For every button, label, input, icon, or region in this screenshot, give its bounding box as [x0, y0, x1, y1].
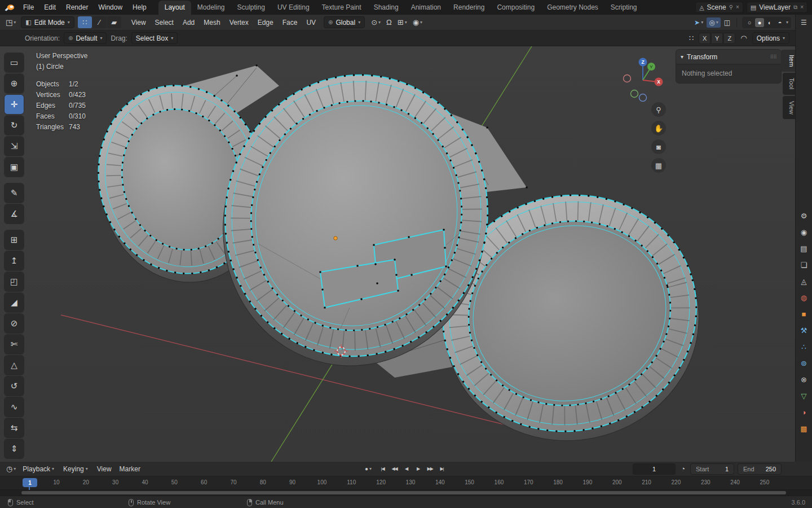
tool-inset-faces[interactable]: ◰: [5, 272, 24, 291]
tool-annotate[interactable]: ✎: [5, 183, 24, 203]
playback-menu[interactable]: Playback ▾: [19, 465, 58, 473]
mirror-axis-toggle[interactable]: Z: [723, 33, 735, 44]
proportional-editing-dropdown[interactable]: ◉ ▾: [411, 18, 424, 27]
header-menu[interactable]: View: [127, 15, 151, 30]
mirror-axis-toggle[interactable]: Y: [711, 33, 723, 44]
workspace-tab[interactable]: Layout: [158, 1, 191, 15]
tool-transform[interactable]: ▣: [5, 157, 24, 177]
clock-icon[interactable]: ◔: [679, 465, 687, 473]
navigation-gizmo[interactable]: Z Y X: [619, 54, 667, 102]
timeline-menu[interactable]: View: [93, 465, 116, 473]
workspace-tab[interactable]: Geometry Nodes: [541, 1, 604, 15]
keying-menu[interactable]: Keying ▾: [59, 465, 92, 473]
close-icon[interactable]: ×: [800, 5, 804, 10]
next-keyframe-button[interactable]: ▶▶: [425, 464, 435, 474]
workspace-tab[interactable]: Scripting: [604, 1, 643, 15]
playhead[interactable]: 1: [23, 478, 37, 487]
properties-editor-icon[interactable]: ☰: [801, 19, 807, 27]
workspace-tab[interactable]: UV Editing: [271, 1, 316, 15]
tool-loop-cut[interactable]: ⊘: [5, 314, 24, 333]
tool-cursor[interactable]: ⊕: [5, 74, 24, 93]
tool-extrude-region[interactable]: ↥: [5, 251, 24, 270]
header-menu[interactable]: Edge: [253, 15, 278, 30]
tab-texture[interactable]: ▩: [797, 423, 811, 435]
drag-select[interactable]: Select Box ▾: [131, 32, 178, 44]
snap-toggle[interactable]: Ω: [385, 18, 394, 27]
tab-world[interactable]: ◍: [797, 292, 811, 304]
scrollbar-handle[interactable]: [21, 491, 786, 494]
pan-button[interactable]: ✋: [651, 121, 666, 135]
viewport-scene[interactable]: [0, 46, 795, 462]
workspace-tab[interactable]: Shading: [368, 1, 405, 15]
pivot-point-dropdown[interactable]: ⊙ ▾: [369, 18, 382, 27]
tool-rotate[interactable]: ↻: [5, 116, 24, 135]
edge-select-mode[interactable]: ∕: [92, 16, 107, 28]
header-menu[interactable]: UV: [302, 15, 320, 30]
mode-dropdown[interactable]: ◧ Edit Mode ▾: [21, 16, 74, 28]
play-reverse-button[interactable]: ◀: [401, 464, 412, 474]
sidebar-tab[interactable]: Tool: [783, 73, 795, 94]
tool-select-box[interactable]: ▭: [5, 53, 24, 72]
header-menu[interactable]: Vertex: [225, 15, 253, 30]
tab-constraints[interactable]: ⊗: [797, 374, 811, 386]
tool-shrink-fatten[interactable]: ⇕: [5, 439, 24, 458]
tool-scale[interactable]: ⇲: [5, 137, 24, 156]
viewlayer-selector[interactable]: ▤ ViewLayer ⧉ ×: [747, 2, 807, 13]
prev-keyframe-button[interactable]: ◀◀: [389, 464, 400, 474]
tool-edge-slide[interactable]: ⇆: [5, 418, 24, 437]
tab-output[interactable]: ▤: [797, 243, 811, 255]
orthographic-toggle-button[interactable]: ▦: [651, 158, 666, 173]
shading-rendered[interactable]: ◓: [775, 18, 784, 27]
timeline-ruler[interactable]: 1 10203040506070809010011012013014015016…: [0, 476, 812, 490]
topbar-menu[interactable]: File: [18, 0, 39, 15]
header-menu[interactable]: Mesh: [199, 15, 224, 30]
topbar-menu[interactable]: Render: [61, 0, 93, 15]
tab-object[interactable]: ■: [797, 309, 811, 320]
tool-smooth[interactable]: ∿: [5, 397, 24, 417]
shading-wireframe[interactable]: ○: [745, 18, 754, 27]
gizmo-z-negative[interactable]: [639, 94, 647, 102]
transform-panel-header[interactable]: ▾ Transform ⠿⠿: [676, 50, 781, 64]
workspace-tab[interactable]: Sculpting: [231, 1, 271, 15]
blender-logo[interactable]: [5, 3, 15, 11]
header-menu[interactable]: Select: [151, 15, 178, 30]
timeline-scrollbar[interactable]: [0, 490, 812, 496]
play-button[interactable]: ▶: [413, 464, 423, 474]
tab-object-data[interactable]: ▽: [797, 391, 811, 402]
tool-knife[interactable]: ✄: [5, 335, 24, 354]
end-frame-field[interactable]: End 250: [738, 463, 782, 475]
tab-physics[interactable]: ⊚: [797, 358, 811, 369]
timeline-editor-type-button[interactable]: ◷ ▾: [5, 463, 17, 474]
camera-view-button[interactable]: ◙: [651, 139, 666, 154]
options-dropdown[interactable]: Options ▾: [752, 32, 789, 44]
sidebar-tab[interactable]: View: [783, 96, 795, 120]
tab-modifiers[interactable]: ⚒: [797, 325, 811, 336]
tool-poly-build[interactable]: △: [5, 356, 24, 375]
tab-render[interactable]: ◉: [797, 227, 811, 238]
scene-selector[interactable]: ◬ Scene ⚲ ×: [695, 2, 743, 13]
editor-type-button[interactable]: ◳ ▾: [4, 17, 17, 28]
viewport-3d[interactable]: User Perspective (1) Circle Objects 1/2 …: [0, 46, 795, 462]
show-overlays-toggle[interactable]: ◎ ▾: [707, 17, 721, 28]
tab-scene[interactable]: ◬: [797, 276, 811, 287]
tab-material[interactable]: ◑: [797, 407, 811, 418]
tool-add-cube[interactable]: ⊞: [5, 230, 24, 249]
tool-bevel[interactable]: ◢: [5, 293, 24, 312]
current-frame-field[interactable]: 1: [633, 463, 676, 475]
panel-grip-icon[interactable]: ⠿⠿: [770, 54, 776, 60]
face-select-mode[interactable]: ▰: [107, 16, 121, 28]
workspace-tab[interactable]: Texture Paint: [316, 1, 368, 15]
auto-keying-button[interactable]: ● ▾: [365, 466, 372, 472]
jump-to-start-button[interactable]: |◀: [377, 464, 388, 474]
tab-particles[interactable]: ∴: [797, 341, 811, 353]
zoom-button[interactable]: ⚲: [651, 102, 666, 117]
orientation-select[interactable]: ⊕ Default ▾: [64, 32, 107, 44]
tool-move[interactable]: ✛: [5, 95, 24, 114]
header-menu[interactable]: Add: [178, 15, 199, 30]
topbar-menu[interactable]: Window: [93, 0, 127, 15]
falloff-icon[interactable]: ◠: [739, 34, 748, 42]
mirror-axis-toggle[interactable]: X: [699, 33, 710, 44]
workspace-tab[interactable]: Compositing: [491, 1, 541, 15]
show-gizmos-toggle[interactable]: ➤ ▾: [692, 17, 705, 28]
vertex-select-mode[interactable]: ∷: [78, 16, 92, 28]
